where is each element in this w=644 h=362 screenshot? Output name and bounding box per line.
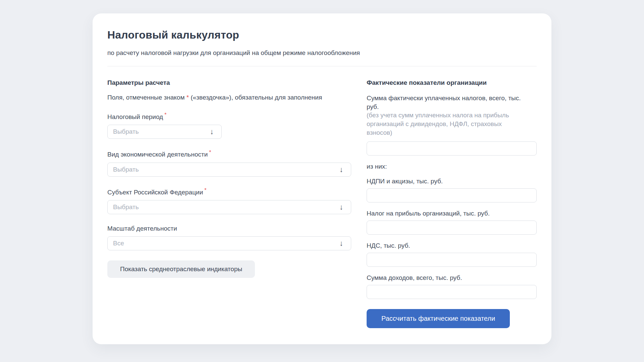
required-asterisk: * [204, 187, 206, 193]
vat-field: НДС, тыс. руб. [367, 242, 537, 267]
russian-region-field: Субъект Российской Федерации* ↓ [107, 187, 351, 214]
right-section-heading: Фактические показатели организации [367, 79, 537, 86]
tax-period-label: Налоговый период* [107, 112, 351, 121]
russian-region-select[interactable] [107, 200, 351, 214]
economic-activity-label-text: Вид экономической деятельности [107, 151, 208, 158]
tax-period-select-wrap: ↓ [107, 125, 222, 139]
required-note-suffix: («звездочка»), обязательны для заполнени… [191, 94, 322, 101]
profit-tax-label: Налог на прибыль организаций, тыс. руб. [367, 210, 537, 217]
page-subtitle: по расчету налоговой нагрузки для органи… [107, 49, 537, 57]
tax-period-field: Налоговый период* ↓ [107, 112, 351, 139]
tax-period-select[interactable] [107, 125, 222, 139]
left-section-heading: Параметры расчета [107, 79, 351, 86]
economic-activity-select-wrap: ↓ [107, 163, 351, 177]
total-taxes-note: (без учета сумм уплаченных налога на при… [367, 111, 528, 137]
total-taxes-input-wrap [367, 141, 537, 156]
russian-region-select-wrap: ↓ [107, 200, 351, 214]
vat-input[interactable] [367, 253, 537, 267]
economic-activity-label: Вид экономической деятельности* [107, 149, 351, 158]
economic-activity-field: Вид экономической деятельности* ↓ [107, 149, 351, 176]
divider [107, 66, 537, 66]
profit-tax-field: Налог на прибыль организаций, тыс. руб. [367, 210, 537, 235]
economic-activity-select[interactable] [107, 163, 351, 177]
show-industry-indicators-button[interactable]: Показать среднеотраслевые индикаторы [107, 260, 255, 278]
required-asterisk: * [186, 94, 189, 101]
mineral-extraction-tax-label: НДПИ и акцизы, тыс. руб. [367, 178, 537, 185]
tax-calculator-card: Налоговый калькулятор по расчету налогов… [93, 13, 551, 344]
activity-scale-label: Масштаб деятельности [107, 225, 351, 232]
calculation-parameters-section: Параметры расчета Поля, отмеченные знако… [107, 79, 351, 328]
activity-scale-select[interactable] [107, 236, 351, 250]
of-them-label: из них: [367, 163, 537, 170]
total-income-field: Сумма доходов, всего, тыс. руб. [367, 274, 537, 299]
required-fields-note: Поля, отмеченные знаком * («звездочка»),… [107, 94, 351, 101]
calculate-actual-indicators-button[interactable]: Рассчитать фактические показатели [367, 309, 510, 328]
total-taxes-input[interactable] [367, 141, 537, 156]
total-income-label: Сумма доходов, всего, тыс. руб. [367, 274, 537, 282]
russian-region-label-text: Субъект Российской Федерации [107, 189, 203, 196]
required-note-prefix: Поля, отмеченные знаком [107, 94, 184, 101]
tax-period-label-text: Налоговый период [107, 113, 163, 120]
page-title: Налоговый калькулятор [107, 29, 537, 41]
activity-scale-select-wrap: ↓ [107, 236, 351, 250]
total-income-input[interactable] [367, 285, 537, 299]
form-columns: Параметры расчета Поля, отмеченные знако… [107, 79, 537, 328]
mineral-extraction-tax-field: НДПИ и акцизы, тыс. руб. [367, 178, 537, 202]
russian-region-label: Субъект Российской Федерации* [107, 187, 351, 196]
activity-scale-label-text: Масштаб деятельности [107, 225, 177, 232]
actual-indicators-section: Фактические показатели организации Сумма… [367, 79, 537, 328]
vat-label: НДС, тыс. руб. [367, 242, 537, 249]
total-taxes-label: Сумма фактически уплаченных налогов, все… [367, 94, 528, 111]
profit-tax-input[interactable] [367, 221, 537, 235]
required-asterisk: * [209, 149, 211, 155]
required-asterisk: * [164, 112, 166, 118]
mineral-extraction-tax-input[interactable] [367, 188, 537, 202]
activity-scale-field: Масштаб деятельности ↓ [107, 225, 351, 250]
